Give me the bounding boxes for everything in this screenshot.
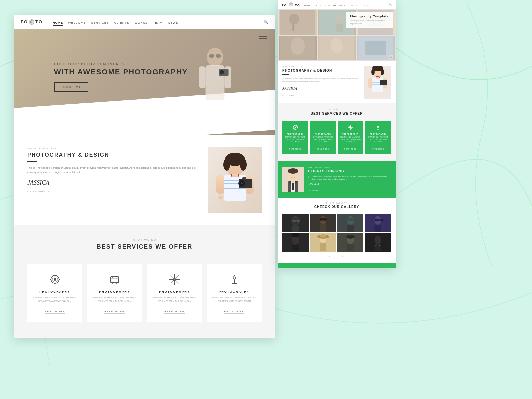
photographer-image <box>208 147 262 213</box>
right-services-divider <box>333 117 340 117</box>
service-link-2[interactable]: READ MORE <box>104 310 124 314</box>
svg-point-148 <box>320 234 326 238</box>
right-service-card-4: PHOTOGRAPHY BNPAMET NIBH VULPUTATE CURSU… <box>365 121 391 154</box>
nav-item-works[interactable]: WORKS <box>135 19 148 25</box>
left-logo: FO TO <box>21 19 43 25</box>
right-gallery-title: CHEECK OUR GALLERY <box>282 205 391 209</box>
search-icon[interactable]: 🔍 <box>263 20 268 24</box>
right-service-desc-3: BNPAMET NIBH VULPUTATE CURSUS A SIT AMET… <box>340 136 361 143</box>
welcome-label: WELCOME NOTE <box>27 147 202 150</box>
nav-item-team[interactable]: TEAM <box>153 19 163 25</box>
svg-rect-146 <box>320 243 326 251</box>
svg-rect-96 <box>321 126 325 129</box>
service-link-3[interactable]: READ MORE <box>164 310 184 314</box>
right-service-link-2[interactable]: READ MORE <box>317 148 329 150</box>
svg-rect-85 <box>380 80 387 85</box>
testimonial-signature: JASSICA <box>308 182 391 186</box>
right-service-icon-3 <box>340 124 361 131</box>
right-service-desc-2: BNPAMET NIBH VULPUTATE CURSUS A SIT AMET… <box>312 136 333 143</box>
right-panel: FO TO HOME ABOUT GALLERY BLOG PAGES CONT… <box>278 0 396 268</box>
nav-links: HOME WELCOME SERVICES CLIENTS WORKS TEAM… <box>53 19 263 25</box>
right-service-name-4: PHOTOGRAPHY <box>367 133 389 135</box>
left-panel: FO TO HOME WELCOME SERVICES CLIENTS WORK… <box>14 15 275 338</box>
nav-item-services[interactable]: SERVICES <box>91 19 109 25</box>
svg-point-71 <box>331 38 343 53</box>
right-service-card-2: PHOTOGRAPHY BNPAMET NIBH VULPUTATE CURSU… <box>310 121 335 154</box>
svg-rect-88 <box>376 77 379 79</box>
testimonial-photo <box>282 167 304 192</box>
load-more-text[interactable]: LOAD MORE <box>282 254 391 258</box>
right-footer-strip <box>278 263 396 268</box>
service-name-2: PHOTOGRAPHY <box>92 290 137 293</box>
svg-point-57 <box>291 4 291 5</box>
pg-thumb-1 <box>282 214 309 232</box>
hero-cta-button[interactable]: KNOCK ME <box>54 82 88 92</box>
testimonial-text-area: AMAZING FEEDBACK CLIENTS THINKING " Lore… <box>308 166 391 192</box>
pg-thumb-3 <box>337 214 364 232</box>
right-service-desc-4: BNPAMET NIBH VULPUTATE CURSUS A SIT AMET… <box>367 136 389 143</box>
right-gallery-label: PHOTO GALLERY <box>282 202 391 204</box>
svg-rect-25 <box>216 175 224 194</box>
right-service-link-1[interactable]: READ MORE <box>289 148 301 150</box>
testimonial-sig-title: CEO & Founder <box>308 190 319 191</box>
pg-thumb-2 <box>310 214 336 232</box>
hamburger-icon[interactable] <box>259 35 267 40</box>
hero-subtitle: HOLD YOUR BELOVED MOMENTS <box>54 62 188 66</box>
left-navbar: FO TO HOME WELCOME SERVICES CLIENTS WORK… <box>14 15 275 29</box>
svg-point-11 <box>209 54 214 58</box>
right-testimonial-section: AMAZING FEEDBACK CLIENTS THINKING " Lore… <box>278 161 396 198</box>
right-services-section: WHAT WE DO BEST SERVICES WE OFFER PHOTO <box>278 103 396 161</box>
photography-template-overlay: Photography Template Lorem ipsum dolor s… <box>346 12 393 28</box>
right-nav-pages[interactable]: PAGES <box>349 2 357 8</box>
right-nav-blog[interactable]: BLOG <box>339 2 346 8</box>
photo-gallery-grid <box>282 214 391 252</box>
service-name-1: PHOTOGRAPHY <box>32 290 77 293</box>
welcome-title: PHOTOGRAPHY & DESIGN <box>27 152 202 158</box>
welcome-body: This is Photoshop's version of Lorem Ips… <box>27 166 202 175</box>
svg-rect-3 <box>31 20 33 21</box>
right-welcome-divider <box>282 74 289 75</box>
testimonial-quote: Lorem ipsum dolor sit amet, consectetur … <box>312 175 391 180</box>
svg-rect-130 <box>347 225 354 232</box>
right-nav-contact[interactable]: CONTACT <box>360 2 372 8</box>
right-services-title: BEST SERVICES WE OFFER <box>282 112 391 115</box>
svg-rect-34 <box>232 174 238 177</box>
gallery-nav-button[interactable]: ▶ <box>389 55 393 59</box>
svg-rect-151 <box>347 244 354 251</box>
right-service-link-3[interactable]: READ MORE <box>344 148 356 150</box>
right-nav-gallery[interactable]: GALLERY <box>326 2 337 8</box>
right-gallery-preview: Photography Template Lorem ipsum dolor s… <box>278 9 396 61</box>
right-search-icon[interactable]: 🔍 <box>388 3 392 6</box>
service-icon-1 <box>48 273 62 286</box>
svg-point-18 <box>240 159 247 171</box>
clients-thinking-title: CLIENTS THINKING <box>308 169 391 173</box>
service-desc-4: BNPAMET NIBH VULPUTATE CURSUS A SIT AMET… <box>212 296 257 303</box>
right-nav-about[interactable]: ABOUT <box>314 2 323 8</box>
right-service-link-4[interactable]: READ MORE <box>372 148 384 150</box>
service-icon-2 <box>108 273 121 286</box>
svg-point-36 <box>54 278 56 281</box>
nav-item-news[interactable]: NEWS <box>168 19 178 25</box>
right-logo-camera-icon <box>289 2 293 6</box>
nav-item-home[interactable]: HOME <box>53 19 63 25</box>
pg-thumb-5 <box>282 233 309 252</box>
welcome-signature-title: CEO & Founder <box>27 190 51 193</box>
right-welcome-signature: JASSICA <box>282 86 361 91</box>
pg-thumb-4 <box>365 214 391 232</box>
service-link-4[interactable]: READ MORE <box>224 310 244 314</box>
hero-content: HOLD YOUR BELOVED MOMENTS WITH AWESOME P… <box>54 62 188 92</box>
svg-rect-73 <box>365 41 386 55</box>
pt-title: Photography Template <box>350 15 390 18</box>
right-service-card-1: PHOTOGRAPHY BNPAMET NIBH VULPUTATE CURSU… <box>282 121 308 154</box>
nav-item-welcome[interactable]: WELCOME <box>68 19 86 25</box>
welcome-section: WELCOME NOTE PHOTOGRAPHY & DESIGN This i… <box>14 135 275 225</box>
hero-section: HOLD YOUR BELOVED MOMENTS WITH AWESOME P… <box>14 29 275 135</box>
right-nav-home[interactable]: HOME <box>304 2 312 8</box>
svg-point-12 <box>216 54 221 58</box>
svg-point-30 <box>241 182 243 184</box>
nav-item-clients[interactable]: CLIENTS <box>114 19 129 25</box>
right-service-card-3: PHOTOGRAPHY BNPAMET NIBH VULPUTATE CURSU… <box>338 121 363 154</box>
service-link-1[interactable]: READ MORE <box>45 310 65 314</box>
right-logo-text-right: TO <box>295 4 300 7</box>
svg-rect-63 <box>336 24 343 32</box>
